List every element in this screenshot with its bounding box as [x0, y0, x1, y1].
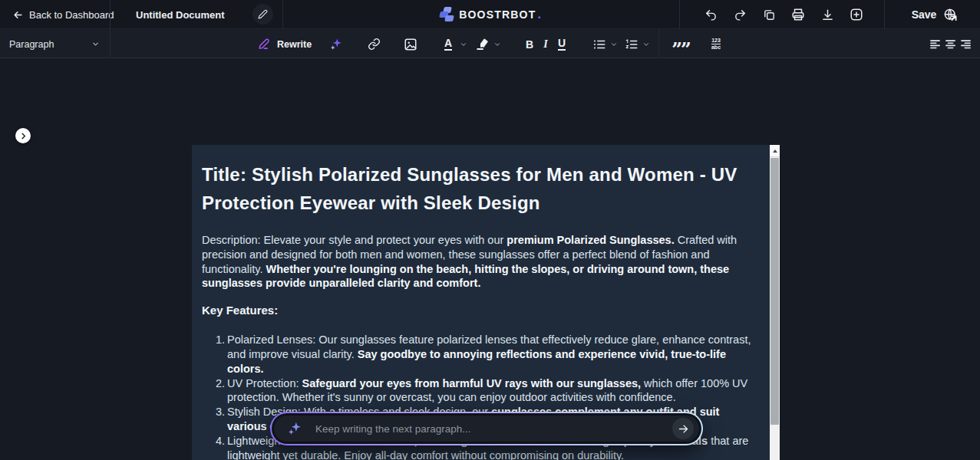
bold-button[interactable]: B: [522, 30, 537, 58]
chevron-down-icon: [610, 41, 618, 48]
bullet-list-dropdown[interactable]: [608, 30, 620, 58]
underline-label: U: [558, 38, 566, 51]
document-scrollbar[interactable]: [770, 145, 780, 460]
separator: [679, 0, 680, 29]
sidebar-expand-button[interactable]: [15, 128, 31, 143]
separator: [110, 30, 111, 58]
chevron-down-icon: [493, 41, 501, 48]
feature-list-item: 2.UV Protection: Safeguard your eyes fro…: [202, 376, 757, 406]
ai-prompt-pill: [270, 412, 703, 445]
list-item-number: 1.: [211, 333, 225, 347]
sparkles-icon: [329, 37, 344, 51]
align-center-icon: [945, 38, 956, 50]
numbers-letters-icon: 123 abc: [711, 38, 721, 51]
document-heading: Title: Stylish Polarized Sunglasses for …: [202, 160, 757, 217]
insert-link-button[interactable]: [365, 30, 383, 58]
numbered-list-button[interactable]: [623, 30, 640, 58]
back-to-dashboard-button[interactable]: Back to Dashboard: [12, 0, 114, 29]
chevron-down-icon: [460, 41, 467, 48]
download-icon: [821, 8, 834, 21]
blockquote-button[interactable]: ””: [671, 30, 691, 58]
scrollbar-up-button[interactable]: [770, 145, 780, 157]
underline-button[interactable]: U: [554, 30, 569, 58]
undo-icon: [704, 8, 718, 21]
chevron-down-icon: [91, 40, 100, 48]
back-label: Back to Dashboard: [29, 9, 114, 21]
print-button[interactable]: [790, 7, 806, 22]
arrow-right-icon: [678, 423, 689, 435]
formatting-toolbar: Paragraph Rewrite A B I U: [0, 30, 980, 58]
ai-submit-button[interactable]: [672, 418, 694, 439]
bullet-list-button[interactable]: [591, 30, 608, 58]
rewrite-button[interactable]: Rewrite: [258, 30, 312, 58]
redo-icon: [734, 8, 747, 21]
align-right-button[interactable]: [958, 30, 973, 58]
undo-button[interactable]: [703, 7, 718, 22]
highlight-button[interactable]: [474, 30, 491, 58]
rename-document-button[interactable]: [252, 4, 273, 25]
logo-text: BOOSTRBOT: [459, 8, 536, 21]
bullet-list-icon: [592, 38, 606, 51]
italic-label: I: [543, 38, 547, 51]
publish-globe-icon: [943, 8, 958, 22]
logo-dot: .: [537, 8, 540, 21]
top-bar: Back to Dashboard Untitled Document BOOS…: [0, 0, 980, 29]
scrollbar-thumb[interactable]: [770, 158, 779, 425]
image-icon: [404, 38, 417, 51]
copy-button[interactable]: [761, 7, 777, 22]
printer-icon: [791, 8, 805, 21]
text-color-button[interactable]: A: [441, 30, 456, 58]
numbered-list-dropdown[interactable]: [640, 30, 652, 58]
list-item-number: 4.: [211, 434, 225, 449]
list-item-number: 2.: [211, 376, 225, 391]
separator: [282, 0, 283, 29]
separator: [110, 0, 111, 29]
rewrite-label: Rewrite: [277, 39, 312, 50]
chevron-down-icon: [642, 41, 650, 48]
copy-icon: [763, 8, 776, 21]
triangle-up-icon: [773, 150, 777, 153]
separator: [884, 0, 885, 29]
ai-prompt-input[interactable]: [315, 423, 660, 435]
rewrite-pencil-icon: [258, 38, 271, 51]
redo-button[interactable]: [732, 7, 747, 22]
list-item-number: 3.: [211, 405, 225, 419]
ai-prompt-gap-ring: [272, 413, 701, 444]
chevron-right-icon: [19, 132, 28, 140]
special-format-button[interactable]: 123 abc: [706, 30, 726, 58]
link-icon: [368, 38, 381, 51]
align-left-button[interactable]: [927, 30, 942, 58]
align-right-icon: [960, 38, 972, 50]
highlighter-icon: [476, 38, 490, 51]
bold-label: B: [526, 38, 533, 51]
feature-list-item: 1.Polarized Lenses: Our sunglasses featu…: [202, 333, 757, 376]
separator: [658, 30, 659, 58]
numbered-list-icon: [625, 38, 638, 51]
document-title-label: Untitled Document: [136, 0, 225, 29]
text-color-letter: A: [444, 38, 452, 51]
plus-square-icon: [850, 8, 863, 21]
top-actions: [703, 0, 864, 29]
save-button[interactable]: Save: [896, 0, 973, 29]
align-left-icon: [929, 38, 941, 50]
save-label: Save: [912, 8, 937, 21]
download-button[interactable]: [820, 7, 835, 22]
align-center-button[interactable]: [942, 30, 958, 58]
arrow-left-icon: [12, 9, 24, 21]
editor-canvas: Title: Stylish Polarized Sunglasses for …: [0, 58, 980, 460]
description-paragraph: Description: Elevate your style and prot…: [202, 233, 757, 291]
paragraph-style-label: Paragraph: [9, 39, 54, 50]
text-color-dropdown[interactable]: [457, 30, 470, 58]
pencil-icon: [258, 9, 268, 19]
highlight-dropdown[interactable]: [491, 30, 503, 58]
add-button[interactable]: [849, 7, 864, 22]
insert-image-button[interactable]: [401, 30, 420, 58]
ai-sparkle-button[interactable]: [327, 30, 345, 58]
boostrbot-logo-icon: [439, 7, 454, 22]
sparkles-icon: [286, 420, 303, 437]
italic-button[interactable]: I: [539, 30, 553, 58]
paragraph-style-select[interactable]: Paragraph: [9, 30, 100, 58]
ai-prompt-inner: [274, 416, 699, 442]
features-heading: Key Features:: [202, 304, 757, 317]
